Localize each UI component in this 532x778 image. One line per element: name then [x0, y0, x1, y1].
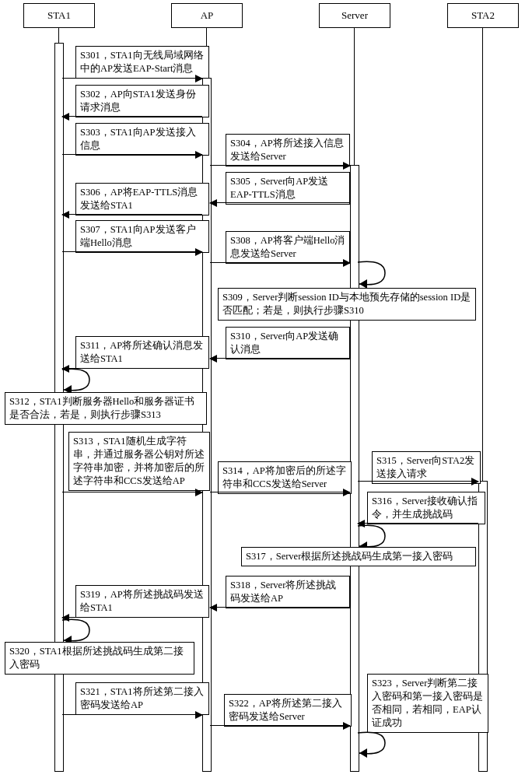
label-s306: S306，AP将EAP-TTLS消息发送给STA1 [75, 183, 209, 216]
activation-ap [202, 78, 212, 772]
label-s316: S316，Server接收确认指令，并生成挑战码 [367, 492, 485, 524]
msg-s302 [62, 116, 202, 117]
label-s303: S303，STA1向AP发送接入信息 [75, 123, 209, 156]
msg-s310 [210, 358, 350, 359]
msg-s306 [62, 214, 202, 215]
msg-s307 [62, 251, 202, 252]
label-s304: S304，AP将所述接入信息发送给Server [226, 134, 350, 166]
label-s307: S307，STA1向AP发送客户端Hello消息 [75, 220, 209, 253]
label-s314: S314，AP将加密后的所述字符串和CCS发送给Server [218, 461, 352, 494]
lifeline-head-server: Server [319, 3, 390, 28]
msg-s301 [62, 78, 202, 79]
msg-s308 [210, 262, 350, 263]
msg-s305 [210, 202, 350, 203]
msg-s319 [62, 617, 202, 618]
label-s322: S322，AP将所述第二接入密码发送给Server [224, 694, 352, 727]
label-s323: S323，Server判断第二接入密码和第一接入密码是否相同，若相同，EAP认证… [367, 674, 488, 733]
selfloop-s320 [62, 619, 93, 645]
label-s301: S301，STA1向无线局域网络中的AP发送EAP-Start消息 [75, 46, 209, 79]
label-s302: S302，AP向STA1发送身份请求消息 [75, 85, 209, 117]
label-s305: S305，Server向AP发送EAP-TTLS消息 [226, 172, 350, 205]
label-s309: S309，Server判断session ID与本地预先存储的session I… [218, 288, 476, 321]
msg-s321 [62, 714, 202, 715]
selfloop-s309 [358, 261, 389, 289]
msg-s304 [210, 165, 350, 166]
msg-s318 [210, 607, 350, 608]
msg-s313 [62, 492, 202, 492]
label-s310: S310，Server向AP发送确认消息 [226, 327, 350, 359]
label-s311: S311，AP将所述确认消息发送给STA1 [75, 336, 209, 369]
label-s318: S318，Server将所述挑战码发送给AP [226, 576, 350, 608]
lifeline-head-ap: AP [171, 3, 243, 28]
msg-s322 [210, 725, 350, 726]
label-s317: S317，Server根据所述挑战码生成第一接入密码 [241, 547, 476, 566]
label-s312: S312，STA1判断服务器Hello和服务器证书是否合法，若是，则执行步骤S3… [5, 392, 207, 425]
selfloop-s323 [358, 731, 389, 758]
sequence-diagram: STA1 AP Server STA2 S301，STA1向无线局域网络中的AP… [0, 0, 532, 778]
label-s319: S319，AP将所述挑战码发送给STA1 [75, 585, 209, 618]
label-s321: S321，STA1将所述第二接入密码发送给AP [75, 682, 209, 715]
label-s313: S313，STA1随机生成字符串，并通过服务器公钥对所述字符串加密，并将加密后的… [68, 432, 210, 491]
label-s315: S315，Server向STA2发送接入请求 [372, 451, 481, 484]
msg-s314 [210, 492, 350, 492]
msg-s303 [62, 154, 202, 155]
lifeline-head-sta1: STA1 [23, 3, 95, 28]
msg-s316 [358, 523, 478, 524]
label-s308: S308，AP将客户端Hello消息发送给Server [226, 231, 350, 264]
msg-s315 [358, 481, 478, 482]
svg-marker-4 [359, 748, 367, 758]
label-s320: S320，STA1根据所述挑战码生成第二接入密码 [5, 642, 194, 675]
lifeline-head-sta2: STA2 [447, 3, 519, 28]
selfloop-s312 [62, 368, 93, 394]
